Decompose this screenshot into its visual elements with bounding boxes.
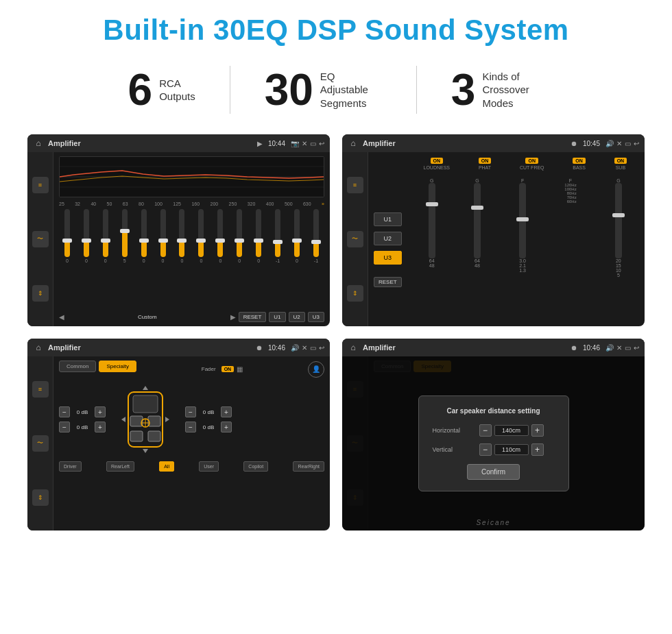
scroll-more[interactable]: » [322,202,324,206]
eq-u1-btn[interactable]: U1 [269,312,285,322]
db-control-br: − 0 dB + [185,422,232,432]
fader-profile-icon[interactable]: 👤 [308,361,324,378]
back-icon[interactable]: ↩ [319,140,324,147]
fader-rearleft-btn[interactable]: RearLeft [106,461,134,472]
fader-driver-btn[interactable]: Driver [59,461,82,472]
horizontal-minus[interactable]: − [479,424,492,437]
slider-val-9: 0 [219,258,221,263]
eq-u3-btn[interactable]: U3 [308,312,324,322]
slider-track-10[interactable] [237,209,242,257]
xover-u1-btn[interactable]: U1 [374,212,402,226]
db-plus-br[interactable]: + [221,422,232,432]
freq-160: 160 [191,202,200,206]
slider-track-9[interactable] [217,209,223,257]
xover-loudness-section: ON LOUDNESS [424,158,451,173]
db-minus-bl[interactable]: − [59,422,70,432]
xover-reset-btn[interactable]: RESET [374,277,402,287]
fader-tab-common[interactable]: Common [59,361,96,372]
svg-marker-16 [165,417,169,422]
slider-track-8[interactable] [198,209,204,257]
fader-copilot-btn[interactable]: Copilot [243,461,268,472]
vertical-minus[interactable]: − [479,443,492,456]
xover-bass-col: F 120Hz 100Hz 80Hz 70Hz 60Hz [564,178,576,321]
fader-user-btn[interactable]: User [199,461,219,472]
stat-eq-label: EQ AdjustableSegments [320,70,382,110]
eq-content: ≡ 〜 ⇕ [27,152,330,326]
db-minus-tl[interactable]: − [59,406,70,417]
slider-track-3[interactable] [103,209,108,257]
fader-sidebar-icon-1[interactable]: ≡ [32,381,49,398]
eq-sidebar-icon-1[interactable]: ≡ [32,177,49,193]
db-plus-tl[interactable]: + [95,406,106,417]
slider-track-4[interactable] [122,209,128,257]
slider-track-1[interactable] [64,209,70,257]
eq-slider-4: 5 [117,209,133,263]
eq-reset-btn[interactable]: RESET [239,312,267,322]
fader-tab-specialty[interactable]: Specialty [99,361,136,372]
slider-track-11[interactable] [256,209,261,257]
slider-track-13[interactable] [294,209,300,257]
fader-home-icon[interactable]: ⌂ [33,342,44,353]
eq-main-area: 25 32 40 50 63 80 100 125 160 200 250 32… [53,152,330,326]
slider-track-7[interactable] [179,209,184,257]
stat-rca-label: RCAOutputs [159,77,195,103]
horizontal-value: 140cm [494,425,529,436]
eq-next-btn[interactable]: ▶ [230,313,236,321]
vertical-control: − 110cm + [479,443,544,456]
db-plus-bl[interactable]: + [95,422,106,432]
phat-slider-track[interactable] [474,183,481,258]
cutfreq-val2: 2.1 [519,263,526,268]
slider-track-12[interactable] [275,209,280,257]
sub-slider-track[interactable] [615,183,622,258]
slider-track-2[interactable] [84,209,89,257]
eq-sidebar-icon-2[interactable]: 〜 [32,231,49,247]
fader-sidebar-icon-2[interactable]: 〜 [32,435,49,452]
home-icon[interactable]: ⌂ [33,138,44,149]
slider-track-6[interactable] [160,209,166,257]
xover-sidebar-icon-2[interactable]: 〜 [347,231,363,247]
eq-slider-12: -1 [269,209,286,263]
xover-close-icon: ✕ [616,140,622,147]
eq-prev-btn[interactable]: ◀ [59,313,64,321]
db-control-tr: − 0 dB + [185,406,232,417]
xover-u2-btn[interactable]: U2 [374,232,402,245]
fader-rearright-btn[interactable]: RearRight [293,461,324,472]
xover-vol-icon: 🔊 [605,140,614,147]
slider-track-5[interactable] [141,209,147,257]
fader-label: Fader [202,366,216,372]
xover-on-badges-row: ON LOUDNESS ON PHAT ON CUT FREQ [411,158,639,173]
fader-sidebar-icon-3[interactable]: ⇕ [32,489,49,506]
page-title: Built-in 30EQ DSP Sound System [27,14,645,47]
dialog-home-icon[interactable]: ⌂ [348,342,359,353]
xover-sidebar-icon-3[interactable]: ⇕ [347,285,363,302]
xover-u3-btn[interactable]: U3 [374,251,402,265]
cutfreq-slider-thumb [516,217,529,221]
bottom-screens-row: ⌂ Amplifier ⏺ 10:46 🔊 ✕ ▭ ↩ ≡ 〜 ⇕ [27,339,645,531]
xover-sidebar-icon-1[interactable]: ≡ [347,177,363,193]
horizontal-plus[interactable]: + [531,424,544,437]
vertical-label: Vertical [433,446,474,453]
eq-u2-btn[interactable]: U2 [289,312,305,322]
fader-topbar: ⌂ Amplifier ⏺ 10:46 🔊 ✕ ▭ ↩ [27,339,330,356]
confirm-button[interactable]: Confirm [467,464,520,480]
freq-50: 50 [107,202,112,206]
f-label-1: F [521,178,524,183]
db-plus-tr[interactable]: + [221,406,232,417]
cutfreq-slider-track[interactable] [519,183,526,258]
loudness-slider-track[interactable] [429,183,435,258]
fader-sidebar: ≡ 〜 ⇕ [27,356,53,531]
dialog-vertical-row: Vertical − 110cm + [433,443,555,456]
fader-rec-icon: ⏺ [256,344,263,352]
xover-home-icon[interactable]: ⌂ [348,138,359,149]
fader-back-icon[interactable]: ↩ [319,344,324,352]
db-minus-br[interactable]: − [185,422,196,432]
xover-back-icon[interactable]: ↩ [634,140,639,147]
eq-sidebar-icon-3[interactable]: ⇕ [32,285,49,302]
close-icon: ✕ [302,140,307,147]
slider-track-14[interactable] [313,209,319,257]
dialog-back-icon[interactable]: ↩ [634,344,639,352]
db-minus-tr[interactable]: − [185,406,196,417]
vertical-plus[interactable]: + [531,443,544,456]
eq-slider-2: 0 [78,209,95,263]
fader-all-btn[interactable]: All [159,461,174,472]
